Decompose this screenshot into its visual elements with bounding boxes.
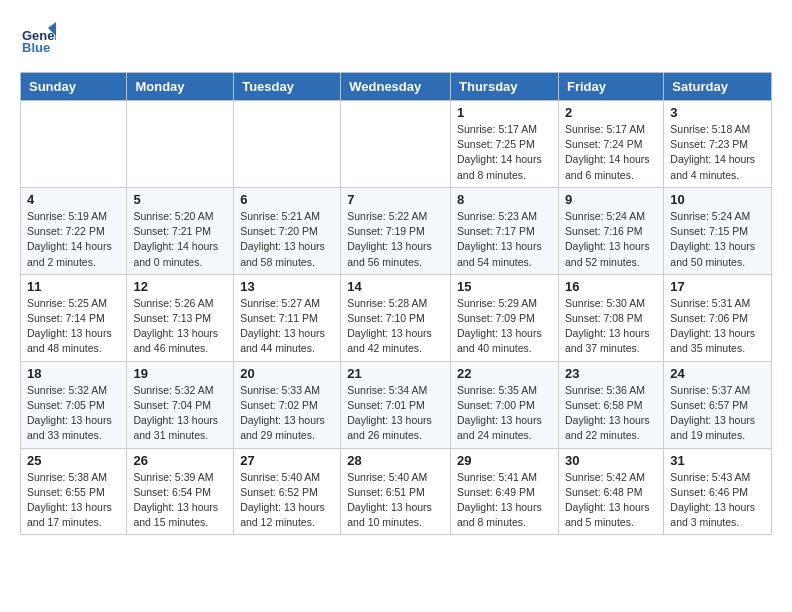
day-number: 13	[240, 279, 334, 294]
calendar-cell: 14Sunrise: 5:28 AMSunset: 7:10 PMDayligh…	[341, 274, 451, 361]
day-info: Sunrise: 5:35 AMSunset: 7:00 PMDaylight:…	[457, 383, 552, 444]
calendar-cell: 29Sunrise: 5:41 AMSunset: 6:49 PMDayligh…	[451, 448, 559, 535]
calendar-cell: 20Sunrise: 5:33 AMSunset: 7:02 PMDayligh…	[234, 361, 341, 448]
day-info: Sunrise: 5:24 AMSunset: 7:16 PMDaylight:…	[565, 209, 657, 270]
day-number: 5	[133, 192, 227, 207]
day-info: Sunrise: 5:21 AMSunset: 7:20 PMDaylight:…	[240, 209, 334, 270]
day-number: 22	[457, 366, 552, 381]
calendar-cell: 11Sunrise: 5:25 AMSunset: 7:14 PMDayligh…	[21, 274, 127, 361]
day-info: Sunrise: 5:27 AMSunset: 7:11 PMDaylight:…	[240, 296, 334, 357]
day-info: Sunrise: 5:25 AMSunset: 7:14 PMDaylight:…	[27, 296, 120, 357]
day-number: 2	[565, 105, 657, 120]
logo: General Blue	[20, 20, 60, 56]
week-row-3: 11Sunrise: 5:25 AMSunset: 7:14 PMDayligh…	[21, 274, 772, 361]
col-header-thursday: Thursday	[451, 73, 559, 101]
logo-icon: General Blue	[20, 20, 56, 56]
day-info: Sunrise: 5:40 AMSunset: 6:51 PMDaylight:…	[347, 470, 444, 531]
calendar-cell: 7Sunrise: 5:22 AMSunset: 7:19 PMDaylight…	[341, 187, 451, 274]
calendar-cell: 2Sunrise: 5:17 AMSunset: 7:24 PMDaylight…	[558, 101, 663, 188]
day-info: Sunrise: 5:40 AMSunset: 6:52 PMDaylight:…	[240, 470, 334, 531]
calendar-cell: 30Sunrise: 5:42 AMSunset: 6:48 PMDayligh…	[558, 448, 663, 535]
calendar-cell: 12Sunrise: 5:26 AMSunset: 7:13 PMDayligh…	[127, 274, 234, 361]
day-info: Sunrise: 5:32 AMSunset: 7:04 PMDaylight:…	[133, 383, 227, 444]
calendar-cell: 15Sunrise: 5:29 AMSunset: 7:09 PMDayligh…	[451, 274, 559, 361]
week-row-5: 25Sunrise: 5:38 AMSunset: 6:55 PMDayligh…	[21, 448, 772, 535]
calendar-cell	[341, 101, 451, 188]
calendar-cell	[21, 101, 127, 188]
calendar-cell	[127, 101, 234, 188]
calendar-table: SundayMondayTuesdayWednesdayThursdayFrid…	[20, 72, 772, 535]
day-number: 18	[27, 366, 120, 381]
day-number: 27	[240, 453, 334, 468]
day-info: Sunrise: 5:26 AMSunset: 7:13 PMDaylight:…	[133, 296, 227, 357]
day-info: Sunrise: 5:28 AMSunset: 7:10 PMDaylight:…	[347, 296, 444, 357]
day-number: 3	[670, 105, 765, 120]
day-number: 19	[133, 366, 227, 381]
page: General Blue SundayMondayTuesdayWednesda…	[0, 0, 792, 555]
day-number: 11	[27, 279, 120, 294]
calendar-cell: 22Sunrise: 5:35 AMSunset: 7:00 PMDayligh…	[451, 361, 559, 448]
calendar-cell: 19Sunrise: 5:32 AMSunset: 7:04 PMDayligh…	[127, 361, 234, 448]
col-header-monday: Monday	[127, 73, 234, 101]
calendar-cell: 25Sunrise: 5:38 AMSunset: 6:55 PMDayligh…	[21, 448, 127, 535]
calendar-cell: 3Sunrise: 5:18 AMSunset: 7:23 PMDaylight…	[664, 101, 772, 188]
col-header-tuesday: Tuesday	[234, 73, 341, 101]
calendar-cell: 23Sunrise: 5:36 AMSunset: 6:58 PMDayligh…	[558, 361, 663, 448]
day-number: 14	[347, 279, 444, 294]
day-info: Sunrise: 5:19 AMSunset: 7:22 PMDaylight:…	[27, 209, 120, 270]
day-number: 12	[133, 279, 227, 294]
day-number: 21	[347, 366, 444, 381]
calendar-cell: 5Sunrise: 5:20 AMSunset: 7:21 PMDaylight…	[127, 187, 234, 274]
day-info: Sunrise: 5:17 AMSunset: 7:25 PMDaylight:…	[457, 122, 552, 183]
day-number: 8	[457, 192, 552, 207]
week-row-4: 18Sunrise: 5:32 AMSunset: 7:05 PMDayligh…	[21, 361, 772, 448]
day-info: Sunrise: 5:43 AMSunset: 6:46 PMDaylight:…	[670, 470, 765, 531]
day-number: 30	[565, 453, 657, 468]
calendar-cell: 16Sunrise: 5:30 AMSunset: 7:08 PMDayligh…	[558, 274, 663, 361]
day-info: Sunrise: 5:17 AMSunset: 7:24 PMDaylight:…	[565, 122, 657, 183]
day-info: Sunrise: 5:31 AMSunset: 7:06 PMDaylight:…	[670, 296, 765, 357]
day-info: Sunrise: 5:36 AMSunset: 6:58 PMDaylight:…	[565, 383, 657, 444]
day-info: Sunrise: 5:34 AMSunset: 7:01 PMDaylight:…	[347, 383, 444, 444]
calendar-cell: 8Sunrise: 5:23 AMSunset: 7:17 PMDaylight…	[451, 187, 559, 274]
day-info: Sunrise: 5:37 AMSunset: 6:57 PMDaylight:…	[670, 383, 765, 444]
day-info: Sunrise: 5:41 AMSunset: 6:49 PMDaylight:…	[457, 470, 552, 531]
calendar-cell: 31Sunrise: 5:43 AMSunset: 6:46 PMDayligh…	[664, 448, 772, 535]
calendar-cell: 24Sunrise: 5:37 AMSunset: 6:57 PMDayligh…	[664, 361, 772, 448]
calendar-cell: 9Sunrise: 5:24 AMSunset: 7:16 PMDaylight…	[558, 187, 663, 274]
day-number: 7	[347, 192, 444, 207]
calendar-cell: 17Sunrise: 5:31 AMSunset: 7:06 PMDayligh…	[664, 274, 772, 361]
col-header-sunday: Sunday	[21, 73, 127, 101]
calendar-cell: 26Sunrise: 5:39 AMSunset: 6:54 PMDayligh…	[127, 448, 234, 535]
calendar-cell: 18Sunrise: 5:32 AMSunset: 7:05 PMDayligh…	[21, 361, 127, 448]
day-number: 6	[240, 192, 334, 207]
day-number: 25	[27, 453, 120, 468]
day-number: 10	[670, 192, 765, 207]
day-number: 1	[457, 105, 552, 120]
day-number: 17	[670, 279, 765, 294]
calendar-cell: 6Sunrise: 5:21 AMSunset: 7:20 PMDaylight…	[234, 187, 341, 274]
day-info: Sunrise: 5:33 AMSunset: 7:02 PMDaylight:…	[240, 383, 334, 444]
day-info: Sunrise: 5:42 AMSunset: 6:48 PMDaylight:…	[565, 470, 657, 531]
day-info: Sunrise: 5:39 AMSunset: 6:54 PMDaylight:…	[133, 470, 227, 531]
calendar-cell: 21Sunrise: 5:34 AMSunset: 7:01 PMDayligh…	[341, 361, 451, 448]
calendar-cell: 27Sunrise: 5:40 AMSunset: 6:52 PMDayligh…	[234, 448, 341, 535]
day-number: 28	[347, 453, 444, 468]
calendar-cell	[234, 101, 341, 188]
day-info: Sunrise: 5:23 AMSunset: 7:17 PMDaylight:…	[457, 209, 552, 270]
day-number: 20	[240, 366, 334, 381]
day-number: 16	[565, 279, 657, 294]
col-header-saturday: Saturday	[664, 73, 772, 101]
day-info: Sunrise: 5:32 AMSunset: 7:05 PMDaylight:…	[27, 383, 120, 444]
day-info: Sunrise: 5:20 AMSunset: 7:21 PMDaylight:…	[133, 209, 227, 270]
week-row-1: 1Sunrise: 5:17 AMSunset: 7:25 PMDaylight…	[21, 101, 772, 188]
header: General Blue	[20, 20, 772, 56]
week-row-2: 4Sunrise: 5:19 AMSunset: 7:22 PMDaylight…	[21, 187, 772, 274]
calendar-cell: 4Sunrise: 5:19 AMSunset: 7:22 PMDaylight…	[21, 187, 127, 274]
day-number: 31	[670, 453, 765, 468]
day-info: Sunrise: 5:30 AMSunset: 7:08 PMDaylight:…	[565, 296, 657, 357]
svg-text:Blue: Blue	[22, 40, 50, 55]
day-number: 9	[565, 192, 657, 207]
col-header-wednesday: Wednesday	[341, 73, 451, 101]
day-info: Sunrise: 5:29 AMSunset: 7:09 PMDaylight:…	[457, 296, 552, 357]
